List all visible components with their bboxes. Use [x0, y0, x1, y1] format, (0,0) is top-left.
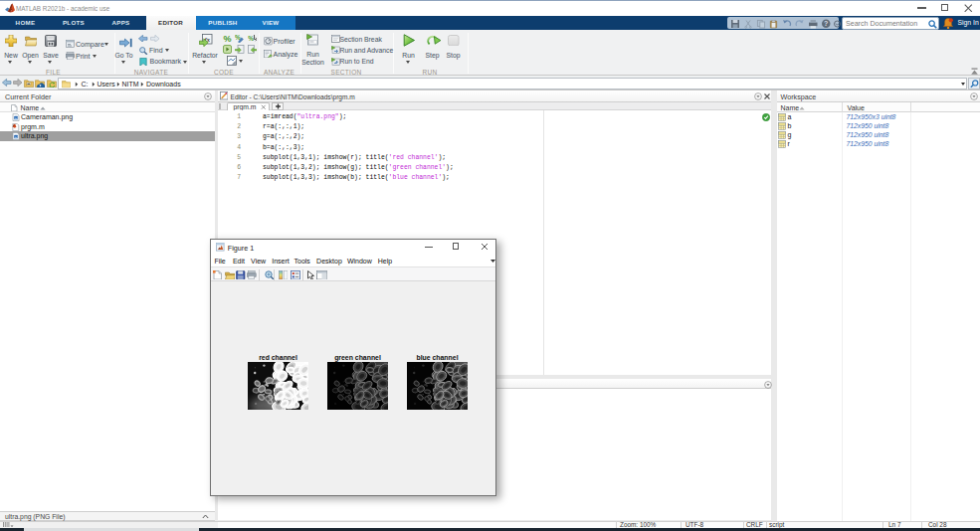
svg-text:%: %: [248, 34, 254, 41]
svg-text:%: %: [223, 34, 231, 43]
svg-text:?: ?: [824, 20, 828, 27]
